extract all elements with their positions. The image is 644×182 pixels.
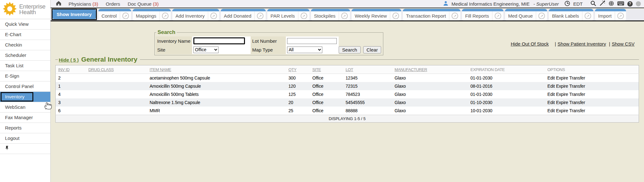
- nav-orders[interactable]: Orders: [106, 1, 120, 7]
- tab-cap: [133, 9, 171, 11]
- tab-cap: [549, 9, 593, 11]
- cell-qty: 125: [286, 90, 310, 98]
- cell-drug-class: [86, 90, 147, 98]
- sidebar-item-quick-view[interactable]: Quick View: [0, 19, 50, 30]
- sidebar-item-task-list[interactable]: Task List: [0, 61, 50, 71]
- expire-link[interactable]: Expire: [556, 75, 568, 80]
- sidebar-pin[interactable]: [0, 144, 50, 154]
- edit-link[interactable]: Edit: [547, 84, 555, 89]
- sidebar-item-inventory[interactable]: Inventory: [0, 92, 50, 102]
- sidebar-item-fax-manager[interactable]: Fax Manager: [0, 113, 50, 123]
- sidebar-item-reports[interactable]: Reports: [0, 123, 50, 133]
- tab-help-button[interactable]: [120, 11, 131, 20]
- col-site[interactable]: SITE: [310, 65, 343, 74]
- tab-help-button[interactable]: [339, 11, 350, 20]
- transfer-link[interactable]: Transfer: [569, 75, 585, 80]
- sidebar-item-control-panel[interactable]: Control Panel: [0, 81, 50, 92]
- cell-item-name: acetaminophen 500mg Capsule: [147, 74, 286, 82]
- nav-doc-queue[interactable]: Doc Queue (3): [128, 1, 158, 7]
- tab-add-inventory[interactable]: Add Inventory: [172, 9, 219, 20]
- tab-par-levels[interactable]: PAR Levels: [267, 9, 309, 20]
- tab-help-button[interactable]: [582, 11, 593, 20]
- tab-med-queue[interactable]: Med Queue: [505, 9, 547, 20]
- help-icon[interactable]: [627, 1, 633, 7]
- tab-control[interactable]: Control: [98, 9, 131, 20]
- tab-help-button[interactable]: [298, 11, 309, 20]
- show-csv-link[interactable]: Show CSV: [612, 41, 635, 47]
- inventory-name-input[interactable]: [193, 37, 245, 44]
- expire-link[interactable]: Expire: [556, 100, 568, 105]
- sidebar-item-e-chart[interactable]: E-Chart: [0, 30, 50, 40]
- table-row: 4 Amoxicillin 500mg Tablets 125 Office 7…: [56, 90, 639, 98]
- tab-label: Mappings: [133, 13, 159, 19]
- tab-transaction-report[interactable]: Transaction Report: [403, 9, 460, 20]
- external-help-icon: [210, 13, 217, 19]
- col-item-name[interactable]: ITEM NAME: [147, 65, 286, 74]
- edit-link[interactable]: Edit: [547, 100, 555, 105]
- tab-help-button[interactable]: [390, 11, 401, 20]
- col-qty[interactable]: QTY: [286, 65, 310, 74]
- site-select[interactable]: Office: [193, 47, 219, 53]
- hide-out-of-stock-link[interactable]: Hide Out Of Stock: [511, 41, 549, 47]
- col-lot[interactable]: LOT: [343, 65, 392, 74]
- expire-link[interactable]: Expire: [556, 108, 568, 113]
- expire-link[interactable]: Expire: [556, 92, 568, 97]
- col-drug-class[interactable]: DRUG CLASS: [86, 65, 147, 74]
- transfer-link[interactable]: Transfer: [569, 92, 585, 97]
- cell-manufacturer: Glaxo: [392, 98, 468, 107]
- tab-import[interactable]: Import: [595, 9, 626, 20]
- edit-link[interactable]: Edit: [547, 75, 555, 80]
- tab-help-button[interactable]: [492, 11, 503, 20]
- show-patient-inventory-link[interactable]: Show Patient Inventory: [558, 41, 606, 47]
- tab-help-button[interactable]: [449, 11, 460, 20]
- map-type-select[interactable]: All: [287, 47, 322, 53]
- sidebar-item-logout[interactable]: Logout: [0, 133, 50, 144]
- search-icon[interactable]: [590, 0, 596, 7]
- sidebar-item-webscan[interactable]: WebScan: [0, 102, 50, 113]
- col-manufacturer[interactable]: MANUFACTURER: [392, 65, 468, 74]
- hide-section-link[interactable]: Hide ( 5 ): [59, 57, 79, 63]
- keyboard-icon[interactable]: [617, 1, 624, 7]
- col-inv-id[interactable]: INV ID: [56, 65, 86, 74]
- sunburst-logo-icon: [3, 2, 17, 17]
- wand-icon[interactable]: [599, 0, 605, 7]
- table-row: 1 Amoxicillin 500mg Capsule 120 Office 7…: [56, 82, 639, 90]
- search-button[interactable]: Search: [339, 46, 361, 53]
- cell-qty: 20: [286, 98, 310, 107]
- tab-weekly-review[interactable]: Weekly Review: [352, 9, 401, 20]
- tab-mappings[interactable]: Mappings: [133, 9, 171, 20]
- sidebar-item-checkin[interactable]: Checkin: [0, 40, 50, 50]
- tab-cap: [595, 9, 626, 11]
- tab-help-button[interactable]: [254, 11, 266, 20]
- sidebar-item-e-sign[interactable]: E-Sign: [0, 71, 50, 81]
- transfer-link[interactable]: Transfer: [569, 108, 585, 113]
- clear-button[interactable]: Clear: [363, 46, 381, 53]
- tab-help-button[interactable]: [159, 11, 171, 20]
- tab-help-button[interactable]: [615, 11, 626, 20]
- inventory-table: INV ID DRUG CLASS ITEM NAME QTY SITE LOT…: [55, 65, 639, 123]
- current-user[interactable]: Medical Informatics Engineering, MIE: [452, 1, 530, 7]
- tab-label: Import: [595, 13, 615, 19]
- tab-fill-reports[interactable]: Fill Reports: [462, 9, 503, 20]
- expire-link[interactable]: Expire: [556, 84, 568, 89]
- nav-physicians[interactable]: Physicians (3): [69, 1, 98, 7]
- tab-add-donated[interactable]: Add Donated: [221, 9, 266, 20]
- tab-stockpiles[interactable]: Stockpiles: [311, 9, 350, 20]
- home-icon[interactable]: [56, 0, 62, 7]
- clock-icon[interactable]: [564, 1, 570, 7]
- globe-icon[interactable]: [608, 1, 614, 7]
- tab-help-button[interactable]: [536, 11, 547, 20]
- lot-number-input[interactable]: [287, 38, 337, 44]
- edit-link[interactable]: Edit: [547, 108, 555, 113]
- separator: |: [609, 41, 610, 47]
- transfer-link[interactable]: Transfer: [569, 84, 585, 89]
- transfer-link[interactable]: Transfer: [569, 100, 585, 105]
- tab-blank-labels[interactable]: Blank Labels: [549, 9, 593, 20]
- cell-site: Office: [310, 82, 343, 90]
- sidebar-item-scheduler[interactable]: Scheduler: [0, 50, 50, 61]
- cell-manufacturer: Glaxo: [392, 107, 468, 115]
- timezone-label[interactable]: EDT: [573, 1, 583, 7]
- edit-link[interactable]: Edit: [547, 92, 555, 97]
- tab-show-inventory[interactable]: Show Inventory: [53, 9, 96, 19]
- tab-help-button[interactable]: [208, 11, 219, 20]
